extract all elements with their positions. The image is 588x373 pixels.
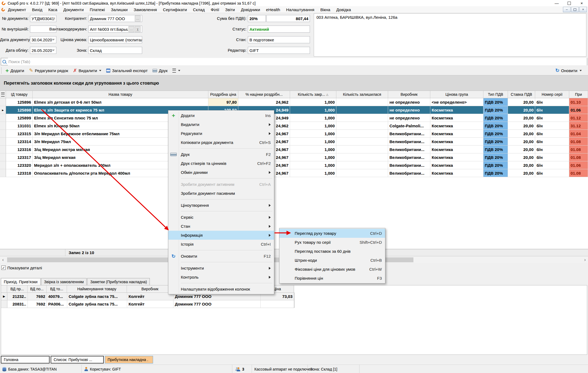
- grid-cell[interactable]: не определено: [388, 106, 430, 114]
- grid-cell[interactable]: не определено: [388, 114, 430, 122]
- grid-cell[interactable]: б/н: [535, 98, 569, 106]
- grid-cell[interactable]: [336, 122, 388, 130]
- submenu-item[interactable]: Фіксовані ціни для цінових умовCtrl+W: [279, 265, 385, 274]
- window-tab-golovna[interactable]: Головна: [1, 356, 50, 363]
- column-header[interactable]: % націнки роздрібн...: [238, 91, 290, 98]
- grid-cell[interactable]: [336, 161, 388, 169]
- context-menu-item[interactable]: Копіювати рядок документаCtrl+S: [168, 138, 274, 147]
- detail-grid-cell[interactable]: 40079...: [47, 293, 67, 300]
- detail-grid-cell[interactable]: Доминик 777 ООО: [173, 300, 261, 308]
- grid-cell[interactable]: 1,000: [290, 122, 336, 130]
- grid-cell[interactable]: Косметика: [430, 114, 483, 122]
- mdi-minimize-button[interactable]: –: [563, 7, 571, 12]
- detail-table-row[interactable]: 20831..7692PA006...Colgate зубна паста 7…: [1, 300, 294, 308]
- grid-cell[interactable]: [336, 138, 388, 145]
- grid-cell[interactable]: 24,962: [238, 98, 290, 106]
- context-menu-item[interactable]: ІсторіяCtrl+I: [168, 240, 274, 249]
- grid-cell[interactable]: 1,000: [290, 161, 336, 169]
- grid-cell[interactable]: Великобритани...: [388, 138, 430, 145]
- toolbar-button-printer[interactable]: Друк: [150, 67, 170, 74]
- menubar-item[interactable]: Залишки: [108, 6, 131, 13]
- zone-field[interactable]: Склад: [88, 47, 142, 54]
- grid-cell[interactable]: 20,00: [508, 130, 535, 137]
- grid-cell[interactable]: 125896: [6, 98, 33, 106]
- window-tab-spisok[interactable]: Список: Прибуткові ...: [51, 356, 104, 363]
- refresh-button[interactable]: Оновити: [553, 67, 584, 74]
- menubar-item[interactable]: eHealth: [263, 6, 283, 13]
- grid-cell[interactable]: ПДВ 20%: [483, 98, 508, 106]
- table-row[interactable]: 123315З/п Меридол Бережное отбеливание 7…: [0, 130, 588, 138]
- menubar-item[interactable]: Каса: [45, 6, 60, 13]
- submenu-item[interactable]: Перегляд руху товаруCtrl+D: [279, 229, 385, 238]
- detail-column-header[interactable]: ВД то...: [47, 285, 67, 292]
- table-row[interactable]: 131031Elmex з/п Юниор 50мл24,9621,000Col…: [0, 122, 588, 130]
- grid-cell[interactable]: 123320: [6, 161, 33, 169]
- context-menu-item[interactable]: Налаштувати відображення колонок: [168, 285, 274, 294]
- grid-cell[interactable]: Косметика: [430, 169, 483, 177]
- menubar-item[interactable]: Документи: [60, 6, 87, 13]
- grid-cell[interactable]: ПДВ 20%: [483, 130, 508, 137]
- show-details-checkbox[interactable]: ✓: [1, 266, 6, 270]
- grid-cell[interactable]: 20,00: [508, 98, 535, 106]
- submenu-item[interactable]: Порівняння цінF3: [279, 274, 385, 283]
- grid-cell[interactable]: 20,00: [508, 169, 535, 177]
- column-header[interactable]: Назва товару: [33, 91, 208, 98]
- toolbar-button-x[interactable]: Видалити: [71, 67, 104, 74]
- grid-cell[interactable]: 31.12: [569, 122, 588, 130]
- menubar-item[interactable]: Документ: [5, 6, 29, 13]
- toolbar-button-plus[interactable]: Додати: [3, 67, 27, 74]
- grid-cell[interactable]: [336, 146, 388, 153]
- context-menu-item[interactable]: ДрукF2: [168, 150, 274, 159]
- grid-cell[interactable]: 20,00: [508, 161, 535, 169]
- lookup-button[interactable]: …: [129, 26, 134, 32]
- grid-cell[interactable]: [336, 153, 388, 161]
- minimize-button[interactable]: —: [550, 0, 563, 6]
- context-menu-item[interactable]: Сервіс: [168, 213, 274, 222]
- context-menu-item[interactable]: Стан: [168, 222, 274, 231]
- grid-cell[interactable]: Colgate-Palmoli...: [388, 122, 430, 130]
- grid-cell[interactable]: 01.04: [569, 130, 588, 137]
- grid-cell[interactable]: ПДВ 20%: [483, 138, 508, 145]
- menubar-item[interactable]: Вікна: [317, 6, 333, 13]
- grid-cell[interactable]: ПДВ 20%: [483, 153, 508, 161]
- table-row[interactable]: 125896Elmex з/п детская от 0-6 лет 50мл9…: [0, 98, 588, 106]
- column-header[interactable]: Номер серії: [535, 91, 569, 98]
- toolbar-button-floppy[interactable]: Загальний експорт: [104, 67, 150, 74]
- grid-cell[interactable]: 01.08: [569, 153, 588, 161]
- grid-cell[interactable]: [336, 98, 388, 106]
- price-condition-field[interactable]: Ценообразование (госпиталь): [88, 36, 142, 43]
- context-menu-item[interactable]: Друк стікерів та цінниківCtrl+F2: [168, 159, 274, 168]
- table-row[interactable]: 123318Ополаскиватель д/полости рта Мерид…: [0, 169, 588, 177]
- grid-cell[interactable]: 01.08: [569, 138, 588, 145]
- grid-cell[interactable]: 125899: [6, 114, 33, 122]
- grid-cell[interactable]: ПДВ 20%: [483, 146, 508, 153]
- contragent-field[interactable]: Доминик 777 ООО…: [88, 15, 142, 22]
- grid-cell[interactable]: [336, 130, 388, 137]
- consignee-field[interactable]: Апт №003 пгт.Барышевка, ул.К…χ: [88, 26, 142, 33]
- menubar-item[interactable]: Склад: [190, 6, 208, 13]
- grid-cell[interactable]: б/н: [535, 106, 569, 114]
- group-by-panel[interactable]: Перетягніть заголовок колонки сюди для у…: [0, 75, 588, 91]
- detail-grid-cell[interactable]: 21232..: [7, 293, 28, 300]
- grid-cell[interactable]: б/н: [535, 138, 569, 145]
- column-header[interactable]: При: [569, 91, 588, 98]
- grid-cell[interactable]: б/н: [535, 130, 569, 137]
- grid-cell[interactable]: 1,000: [290, 169, 336, 177]
- context-menu-item[interactable]: Ціноутворення: [168, 201, 274, 210]
- detail-grid-cell[interactable]: 20831..: [7, 300, 28, 308]
- grid-cell[interactable]: 1,000: [290, 146, 336, 153]
- grid-cell[interactable]: 1,000: [290, 130, 336, 137]
- mdi-close-button[interactable]: ×: [579, 7, 587, 12]
- table-row[interactable]: 123316З/щ Меридол экстра мягкая24,9671,0…: [0, 146, 588, 153]
- grid-cell[interactable]: 01.12: [569, 114, 588, 122]
- column-header[interactable]: Кількість закр...△: [290, 91, 336, 98]
- grid-cell[interactable]: 01.08: [569, 146, 588, 153]
- context-menu-item[interactable]: Редагувати: [168, 129, 274, 138]
- grid-cell[interactable]: б/н: [535, 169, 569, 177]
- detail-grid-cell[interactable]: 7692: [28, 300, 47, 308]
- grid-cell[interactable]: ПДВ 20%: [483, 106, 508, 114]
- column-header[interactable]: Тип ПДВ: [483, 91, 508, 98]
- grid-cell[interactable]: 20,00: [508, 122, 535, 130]
- grid-cell[interactable]: 20,00: [508, 138, 535, 145]
- table-row[interactable]: 123320Меридол з/п + ополаскиватель 100мл…: [0, 161, 588, 169]
